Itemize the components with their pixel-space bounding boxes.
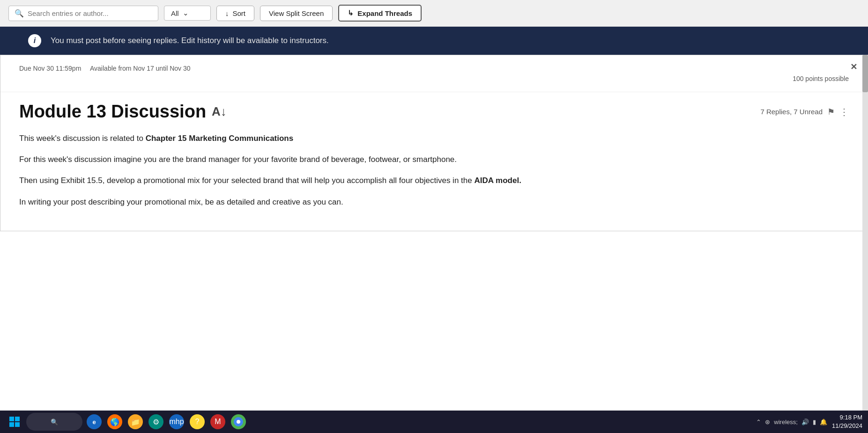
filter-label: All: [171, 9, 179, 17]
toolbar: 🔍 All ⌄ ↓ Sort View Split Screen ↳ Expan…: [0, 0, 868, 27]
expand-threads-label: Expand Threads: [357, 9, 412, 17]
expand-threads-button[interactable]: ↳ Expand Threads: [338, 5, 422, 22]
taskbar-app-1[interactable]: e: [85, 413, 103, 431]
close-button[interactable]: ✕: [850, 62, 857, 72]
info-icon: i: [28, 34, 41, 47]
paragraph-2: For this week's discussion imagine you a…: [19, 153, 849, 166]
taskbar-icon-teal: ⚙: [148, 414, 163, 429]
wifi-icon: wireless;: [774, 418, 798, 426]
bookmark-icon[interactable]: ⚑: [827, 107, 835, 117]
tray-up-arrow[interactable]: ⌃: [756, 418, 761, 426]
sort-label: Sort: [233, 9, 246, 17]
taskbar-icon-blue: e: [87, 414, 102, 429]
available-info: Available from Nov 17 until Nov 30: [90, 65, 191, 72]
network-icon: ⊛: [765, 418, 770, 426]
paragraph-1-bold: Chapter 15 Marketing Communications: [146, 134, 294, 143]
taskbar-windows-button[interactable]: [6, 413, 23, 431]
search-box[interactable]: 🔍: [8, 6, 158, 21]
taskbar-app-3[interactable]: 📁: [126, 413, 144, 431]
expand-icon: ↳: [348, 9, 354, 17]
filter-dropdown[interactable]: All ⌄: [164, 6, 211, 21]
taskbar-left: 🔍 e 🌎 📁 ⚙ mhp ? M: [6, 413, 247, 431]
discussion-card: ✕ Due Nov 30 11:59pm Available from Nov …: [0, 55, 868, 231]
taskbar-app-7[interactable]: M: [209, 413, 227, 431]
taskbar-app-5[interactable]: mhp: [168, 413, 185, 431]
taskbar-icon-yellow: ?: [190, 414, 205, 429]
svg-rect-2: [9, 422, 14, 427]
taskbar-right: ⌃ ⊛ wireless; 🔊 ▮ 🔔 9:18 PM 11/29/2024: [756, 413, 862, 430]
replies-count: 7 Replies, 7 Unread: [760, 108, 823, 116]
taskbar-app-4[interactable]: ⚙: [147, 413, 165, 431]
content-area[interactable]: ✕ Due Nov 30 11:59pm Available from Nov …: [0, 55, 868, 433]
info-banner-text: You must post before seeing replies. Edi…: [51, 36, 329, 45]
svg-point-5: [237, 420, 240, 424]
discussion-title-row: Module 13 Discussion A↓ 7 Replies, 7 Unr…: [0, 92, 868, 127]
taskbar-app-8[interactable]: [230, 413, 247, 431]
text-size-icon[interactable]: A↓: [212, 104, 227, 119]
paragraph-3-bold: AIDA model.: [474, 176, 521, 185]
chevron-down-icon: ⌄: [183, 9, 189, 17]
paragraph-4: In writing your post describing your pro…: [19, 196, 849, 208]
search-input[interactable]: [28, 9, 152, 17]
scrollbar-track[interactable]: [862, 55, 868, 433]
split-screen-button[interactable]: View Split Screen: [260, 6, 333, 21]
points-replies-row: 100 points possible: [19, 75, 849, 82]
taskbar: 🔍 e 🌎 📁 ⚙ mhp ? M: [0, 411, 868, 433]
taskbar-icon-red: M: [210, 414, 225, 429]
search-icon: 🔍: [15, 9, 24, 18]
due-info: Due Nov 30 11:59pm Available from Nov 17…: [19, 65, 849, 72]
paragraph-1: This week's discussion is related to Cha…: [19, 132, 849, 145]
discussion-body: This week's discussion is related to Cha…: [0, 127, 868, 231]
system-tray: ⌃ ⊛ wireless; 🔊 ▮ 🔔: [756, 418, 827, 426]
svg-rect-3: [15, 422, 20, 427]
title-text: Module 13 Discussion: [19, 102, 206, 122]
paragraph-3-plain: Then using Exhibit 15.5, develop a promo…: [19, 176, 474, 185]
current-time: 9:18 PM: [832, 413, 862, 422]
sort-button[interactable]: ↓ Sort: [216, 6, 254, 21]
info-banner: i You must post before seeing replies. E…: [0, 27, 868, 55]
taskbar-search[interactable]: 🔍: [26, 413, 82, 431]
scrollbar-thumb[interactable]: [862, 55, 868, 92]
windows-icon: [9, 417, 20, 427]
volume-icon[interactable]: 🔊: [801, 418, 809, 426]
split-screen-label: View Split Screen: [269, 9, 324, 17]
points-possible: 100 points possible: [793, 75, 849, 82]
due-date: Due Nov 30 11:59pm: [19, 65, 81, 72]
taskbar-icon-orange: 🌎: [107, 414, 122, 429]
more-options-button[interactable]: ⋮: [839, 106, 849, 117]
battery-icon: ▮: [813, 418, 816, 426]
taskbar-icon-chrome: [231, 414, 246, 429]
sort-arrow-icon: ↓: [225, 9, 229, 17]
discussion-title: Module 13 Discussion A↓: [19, 102, 227, 122]
taskbar-search-label: 🔍: [51, 418, 58, 426]
svg-rect-0: [9, 417, 14, 421]
discussion-header: Due Nov 30 11:59pm Available from Nov 17…: [0, 55, 868, 92]
taskbar-app-6[interactable]: ?: [188, 413, 206, 431]
taskbar-app-2[interactable]: 🌎: [106, 413, 124, 431]
taskbar-icon-blue2: mhp: [169, 414, 184, 429]
paragraph-1-plain: This week's discussion is related to: [19, 134, 146, 143]
paragraph-3: Then using Exhibit 15.5, develop a promo…: [19, 174, 849, 187]
taskbar-icon-folder: 📁: [128, 414, 143, 429]
svg-rect-1: [15, 417, 20, 421]
notification-bell[interactable]: 🔔: [820, 418, 827, 426]
current-date: 11/29/2024: [832, 422, 862, 430]
main-container: 🔍 All ⌄ ↓ Sort View Split Screen ↳ Expan…: [0, 0, 868, 433]
discussion-actions: 7 Replies, 7 Unread ⚑ ⋮: [760, 106, 849, 117]
time-display[interactable]: 9:18 PM 11/29/2024: [832, 413, 862, 430]
